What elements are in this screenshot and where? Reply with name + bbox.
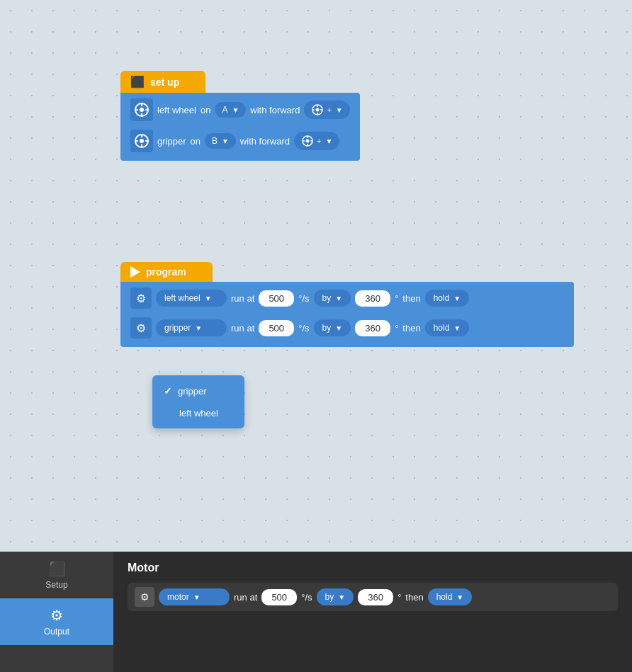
bottom-main-content: Motor ⚙ motor ▼ run at °/s by ▼ ° then h… — [113, 552, 632, 672]
chevron-down-icon-9: ▼ — [335, 324, 342, 332]
speed-unit-2: °/s — [298, 323, 309, 334]
sidebar: ⬛ Setup ⚙ Output — [0, 552, 113, 672]
program-label: program — [146, 266, 186, 278]
setup-row-2: gripper on B ▼ with forward + ▼ — [126, 127, 354, 155]
deg-symbol-2: ° — [395, 323, 398, 334]
run-at-label-1: run at — [231, 293, 254, 304]
motor-dropdown-menu: ✓ gripper left wheel — [152, 375, 244, 428]
program-row-1: ⚙ left wheel ▼ run at °/s by ▼ ° then ho… — [126, 285, 568, 312]
with-forward-label-2: with forward — [240, 136, 290, 147]
run-at-label-2: run at — [231, 323, 254, 334]
check-mark: ✓ — [164, 385, 172, 397]
on-label-1: on — [201, 105, 210, 115]
panel-deg-symbol: ° — [397, 592, 401, 603]
by-dropdown-2[interactable]: by ▼ — [314, 319, 351, 336]
chevron-down-icon-5: ▼ — [205, 295, 212, 302]
panel-motor-row: ⚙ motor ▼ run at °/s by ▼ ° then hold ▼ — [128, 583, 618, 611]
panel-title: Motor — [128, 562, 618, 574]
svg-point-1 — [140, 108, 144, 112]
svg-point-13 — [140, 139, 144, 143]
output-sidebar-label: Output — [44, 627, 69, 637]
chevron-down-icon-12: ▼ — [338, 593, 345, 601]
port-a-dropdown[interactable]: A ▼ — [215, 102, 246, 118]
chevron-down-icon-8: ▼ — [195, 324, 202, 332]
motor-select-2[interactable]: gripper ▼ — [156, 319, 227, 336]
play-icon — [130, 266, 140, 278]
prog-gear-btn-2[interactable]: ⚙ — [130, 317, 152, 338]
chevron-down-icon: ▼ — [232, 106, 239, 114]
program-row-2: ⚙ gripper ▼ run at °/s by ▼ ° then hold … — [126, 314, 568, 341]
by-dropdown-1[interactable]: by ▼ — [314, 290, 351, 307]
gripper-label: gripper — [157, 136, 186, 147]
speed-input-2[interactable] — [259, 320, 294, 336]
chevron-down-icon-2: ▼ — [336, 106, 343, 114]
left-wheel-icon — [130, 98, 153, 121]
setup-icon: ⬛ — [130, 75, 145, 89]
prog-gear-btn-1[interactable]: ⚙ — [130, 287, 152, 309]
with-forward-label-1: with forward — [250, 105, 300, 115]
port-b-dropdown[interactable]: B ▼ — [205, 133, 236, 149]
setup-label: set up — [150, 76, 179, 88]
program-block: program ⚙ left wheel ▼ run at °/s by ▼ °… — [120, 262, 574, 347]
sidebar-item-setup[interactable]: ⬛ Setup — [0, 552, 113, 598]
deg-symbol-1: ° — [395, 293, 398, 304]
then-label-2: then — [402, 323, 420, 334]
setup-body: left wheel on A ▼ with forward + ▼ — [120, 93, 360, 161]
program-header: program — [120, 262, 213, 282]
on-label-2: on — [190, 136, 200, 147]
hold-dropdown-1[interactable]: hold ▼ — [425, 290, 470, 307]
speed-input-1[interactable] — [259, 290, 294, 307]
forward-direction-btn-1[interactable]: + ▼ — [304, 101, 349, 119]
chevron-down-icon-11: ▼ — [193, 593, 201, 601]
degrees-input-2[interactable] — [355, 320, 390, 336]
svg-point-19 — [305, 139, 309, 143]
hold-dropdown-2[interactable]: hold ▼ — [425, 319, 470, 336]
dropdown-item-gripper[interactable]: ✓ gripper — [152, 380, 244, 402]
degrees-input-1[interactable] — [355, 290, 390, 307]
bottom-panel: ⬛ Setup ⚙ Output Motor ⚙ motor ▼ run at … — [0, 552, 632, 672]
speed-unit-1: °/s — [298, 293, 309, 304]
chevron-down-icon-10: ▼ — [453, 324, 461, 332]
motor-select-1[interactable]: left wheel ▼ — [156, 290, 227, 307]
left-wheel-label: left wheel — [157, 105, 196, 115]
then-label-1: then — [402, 293, 420, 304]
chevron-down-icon-6: ▼ — [335, 295, 342, 302]
setup-sidebar-icon: ⬛ — [48, 560, 66, 577]
panel-by-dropdown[interactable]: by ▼ — [317, 588, 354, 605]
chevron-down-icon-4: ▼ — [325, 137, 332, 145]
dropdown-item-left-wheel[interactable]: left wheel — [152, 402, 244, 424]
sidebar-item-output[interactable]: ⚙ Output — [0, 598, 113, 645]
program-body: ⚙ left wheel ▼ run at °/s by ▼ ° then ho… — [120, 282, 574, 347]
svg-point-7 — [316, 108, 320, 112]
panel-run-at-label: run at — [234, 592, 257, 603]
panel-speed-unit: °/s — [301, 592, 312, 603]
setup-block: ⬛ set up left wheel on A ▼ with fo — [120, 71, 360, 161]
forward-direction-btn-2[interactable]: + ▼ — [294, 132, 339, 150]
panel-gear-btn[interactable]: ⚙ — [135, 587, 154, 607]
chevron-down-icon-7: ▼ — [453, 295, 461, 302]
panel-degrees-input[interactable] — [358, 589, 393, 605]
panel-then-label: then — [405, 592, 423, 603]
panel-hold-dropdown[interactable]: hold ▼ — [428, 588, 473, 605]
setup-row-1: left wheel on A ▼ with forward + ▼ — [126, 96, 354, 124]
output-sidebar-icon: ⚙ — [50, 607, 63, 624]
chevron-down-icon-3: ▼ — [222, 137, 229, 145]
panel-motor-select[interactable]: motor ▼ — [159, 588, 230, 605]
chevron-down-icon-13: ▼ — [456, 593, 463, 601]
setup-header: ⬛ set up — [120, 71, 205, 93]
gripper-icon — [130, 130, 153, 152]
setup-sidebar-label: Setup — [45, 580, 67, 590]
panel-speed-input[interactable] — [261, 589, 297, 605]
